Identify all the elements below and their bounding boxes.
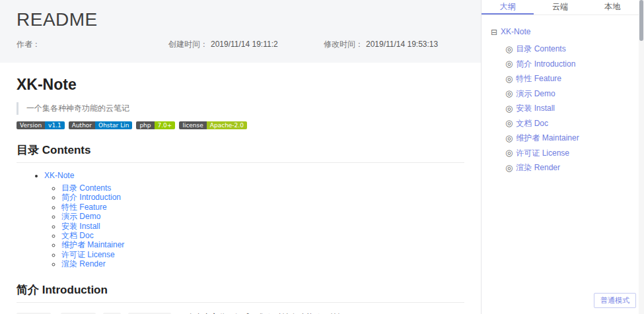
toc-link-introduction[interactable]: 简介 Introduction [61, 193, 121, 202]
sidebar-scrollbar[interactable] [639, 0, 644, 314]
toc-item: 特性 Feature [61, 203, 464, 212]
badge-label: Version [17, 121, 45, 129]
toc-root-item: XK-Note 目录 Contents 简介 Introduction 特性 F… [44, 170, 464, 269]
toc-item: 维护者 Maintainer [61, 240, 464, 249]
badge-label: Author [69, 121, 95, 129]
php-badge: php7.0+ [136, 121, 175, 129]
meta-author: 作者： [17, 39, 168, 50]
document-pane: README 作者： 创建时间：2019/11/14 19:11:2 修改时间：… [0, 0, 481, 314]
tree-link-render[interactable]: 渲染 Render [516, 162, 560, 173]
document-body: XK-Note 一个集各种神奇功能的云笔记 Versionv1.1 Author… [0, 63, 481, 314]
tree-link-introduction[interactable]: 简介 Introduction [516, 59, 575, 70]
tree-item-row[interactable]: ◎ 渲染 Render [491, 162, 637, 173]
toc-item: 文档 Doc [61, 231, 464, 240]
author-label: 作者： [17, 40, 40, 49]
tab-local[interactable]: 本地 [587, 0, 639, 15]
document-meta: 作者： 创建时间：2019/11/14 19:11:2 修改时间：2019/11… [17, 39, 464, 50]
created-label: 创建时间： [168, 40, 208, 49]
anchor-icon: ◎ [505, 46, 513, 53]
toc-item: 目录 Contents [61, 183, 464, 193]
toc-item: 简介 Introduction [61, 193, 464, 202]
tree-link-license[interactable]: 许可证 License [516, 148, 569, 159]
anchor-icon: ◎ [505, 149, 513, 157]
toc-link-maintainer[interactable]: 维护者 Maintainer [61, 240, 124, 249]
toc-item: 许可证 License [61, 250, 464, 259]
toc-item: 安装 Install [61, 222, 464, 231]
tree-item-row[interactable]: ◎ 安装 Install [491, 103, 637, 114]
toc-sublist: 目录 Contents 简介 Introduction 特性 Feature 演… [44, 183, 464, 269]
tree-item-row[interactable]: ◎ 目录 Contents [491, 44, 637, 55]
badge-row: Versionv1.1 AuthorOhstar Lin php7.0+ lic… [17, 121, 464, 129]
introduction-paragraph: XK-Note=Laravel.ZUI.Editor.md；一个由上方代码组成，… [17, 311, 464, 314]
toc-item: 演示 Demo [61, 212, 464, 221]
page-title: README [17, 9, 464, 30]
tree-item-row[interactable]: ◎ 简介 Introduction [491, 59, 637, 70]
tree-link-doc[interactable]: 文档 Doc [516, 118, 548, 129]
tab-outline[interactable]: 大纲 [482, 0, 534, 15]
tree-item-row[interactable]: ◎ 文档 Doc [491, 118, 637, 129]
toc-link-demo[interactable]: 演示 Demo [61, 212, 100, 221]
anchor-icon: ◎ [505, 75, 513, 83]
tree-item-row[interactable]: ◎ 许可证 License [491, 148, 637, 159]
anchor-icon: ◎ [505, 119, 513, 127]
outline-tree: ⊟ XK-Note ◎ 目录 Contents ◎ 简介 Introductio… [482, 15, 644, 173]
toc-root-link[interactable]: XK-Note [44, 171, 74, 180]
anchor-icon: ◎ [505, 90, 513, 98]
meta-modified: 修改时间：2019/11/14 19:53:13 [324, 39, 438, 50]
badge-value: 7.0+ [155, 121, 176, 129]
doc-subtitle-blockquote: 一个集各种神奇功能的云笔记 [17, 102, 464, 115]
toc-link-feature[interactable]: 特性 Feature [61, 203, 107, 212]
badge-value: Ohstar Lin [95, 121, 132, 129]
badge-label: license [179, 121, 206, 129]
badge-value: Apache-2.0 [207, 121, 247, 129]
app-window: README 作者： 创建时间：2019/11/14 19:11:2 修改时间：… [0, 0, 644, 314]
version-badge: Versionv1.1 [17, 121, 65, 129]
anchor-icon: ◎ [505, 60, 513, 68]
document-header: README 作者： 创建时间：2019/11/14 19:11:2 修改时间：… [0, 0, 481, 63]
introduction-heading: 简介 Introduction [17, 282, 464, 303]
outline-sidebar: 大纲 云端 本地 ⊟ XK-Note ◎ 目录 Contents ◎ 简介 In… [481, 0, 644, 314]
scrollbar-thumb[interactable] [639, 0, 643, 41]
normal-mode-button[interactable]: 普通模式 [594, 293, 636, 308]
tree-link-demo[interactable]: 演示 Demo [516, 88, 555, 100]
toc-link-doc[interactable]: 文档 Doc [61, 231, 94, 240]
anchor-icon: ◎ [505, 164, 513, 172]
tree-item-row[interactable]: ◎ 特性 Feature [491, 73, 637, 84]
tree-link-maintainer[interactable]: 维护者 Maintainer [516, 133, 579, 144]
doc-h1-title: XK-Note [17, 76, 464, 94]
tree-link-contents[interactable]: 目录 Contents [516, 44, 565, 55]
anchor-icon: ◎ [505, 105, 513, 113]
tab-cloud[interactable]: 云端 [534, 0, 586, 15]
sidebar-tabs: 大纲 云端 本地 [482, 0, 644, 15]
toc-list: XK-Note 目录 Contents 简介 Introduction 特性 F… [17, 170, 464, 269]
collapse-icon[interactable]: ⊟ [491, 28, 497, 36]
modified-value: 2019/11/14 19:53:13 [366, 40, 438, 49]
contents-heading: 目录 Contents [17, 142, 464, 163]
toc-link-render[interactable]: 渲染 Render [61, 259, 106, 268]
tree-root-row[interactable]: ⊟ XK-Note [491, 26, 637, 38]
tree-item-row[interactable]: ◎ 维护者 Maintainer [491, 133, 637, 144]
meta-created: 创建时间：2019/11/14 19:11:2 [168, 39, 324, 50]
created-value: 2019/11/14 19:11:2 [211, 40, 278, 49]
toc-link-license[interactable]: 许可证 License [61, 250, 115, 259]
anchor-icon: ◎ [505, 135, 513, 142]
tree-link-install[interactable]: 安装 Install [516, 103, 555, 114]
license-badge: licenseApache-2.0 [179, 121, 247, 129]
tree-item-row[interactable]: ◎ 演示 Demo [491, 88, 637, 100]
toc-link-install[interactable]: 安装 Install [61, 222, 100, 231]
badge-value: v1.1 [45, 121, 65, 129]
badge-label: php [136, 121, 154, 129]
tree-link-feature[interactable]: 特性 Feature [516, 73, 561, 84]
modified-label: 修改时间： [324, 40, 363, 49]
toc-item: 渲染 Render [61, 259, 464, 268]
tree-root-link[interactable]: XK-Note [501, 26, 530, 38]
author-badge: AuthorOhstar Lin [69, 121, 133, 129]
toc-link-contents[interactable]: 目录 Contents [61, 183, 111, 193]
